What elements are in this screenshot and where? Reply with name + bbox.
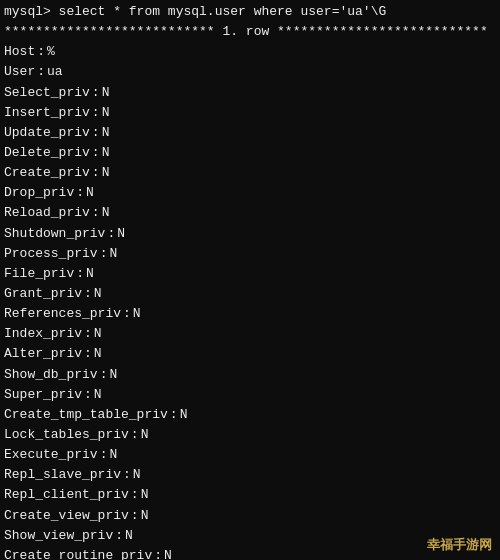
field-colon: : (92, 123, 100, 143)
field-value: N (94, 385, 102, 405)
field-value: N (164, 546, 172, 560)
field-value: % (47, 42, 55, 62)
field-name: Host (4, 42, 35, 62)
field-row: Show_view_priv: N (4, 526, 496, 546)
field-colon: : (37, 62, 45, 82)
field-row: Shutdown_priv: N (4, 224, 496, 244)
field-name: Repl_slave_priv (4, 465, 121, 485)
field-value: N (109, 365, 117, 385)
field-value: N (141, 425, 149, 445)
field-colon: : (37, 42, 45, 62)
field-value: N (86, 264, 94, 284)
field-name: Update_priv (4, 123, 90, 143)
command-line: mysql> select * from mysql.user where us… (4, 2, 496, 22)
field-value: N (133, 304, 141, 324)
field-name: References_priv (4, 304, 121, 324)
field-value: N (102, 83, 110, 103)
field-row: Repl_client_priv: N (4, 485, 496, 505)
field-name: Show_db_priv (4, 365, 98, 385)
field-colon: : (100, 365, 108, 385)
field-colon: : (76, 183, 84, 203)
fields-container: Host: % User: ua Select_priv: N Insert_p… (4, 42, 496, 560)
field-name: Create_view_priv (4, 506, 129, 526)
field-colon: : (92, 203, 100, 223)
field-row: References_priv: N (4, 304, 496, 324)
separator: *************************** 1. row *****… (4, 22, 488, 42)
field-name: Create_routine_priv (4, 546, 152, 560)
field-row: Grant_priv: N (4, 284, 496, 304)
field-value: N (86, 183, 94, 203)
field-colon: : (170, 405, 178, 425)
field-row: Show_db_priv: N (4, 365, 496, 385)
field-colon: : (131, 425, 139, 445)
field-value: N (180, 405, 188, 425)
field-row: Drop_priv: N (4, 183, 496, 203)
field-row: Create_routine_priv: N (4, 546, 496, 560)
field-row: Index_priv: N (4, 324, 496, 344)
field-name: Super_priv (4, 385, 82, 405)
field-row: File_priv: N (4, 264, 496, 284)
field-name: Show_view_priv (4, 526, 113, 546)
field-name: Index_priv (4, 324, 82, 344)
field-value: N (102, 163, 110, 183)
field-value: N (117, 224, 125, 244)
field-value: N (141, 506, 149, 526)
field-row: Create_tmp_table_priv: N (4, 405, 496, 425)
field-colon: : (100, 244, 108, 264)
field-row: Create_priv: N (4, 163, 496, 183)
field-colon: : (131, 485, 139, 505)
field-name: Select_priv (4, 83, 90, 103)
field-name: Process_priv (4, 244, 98, 264)
field-value: ua (47, 62, 63, 82)
field-row: Execute_priv: N (4, 445, 496, 465)
command-text: select * from mysql.user where user='ua'… (59, 2, 387, 22)
watermark: 幸福手游网 (427, 536, 492, 554)
field-value: N (94, 324, 102, 344)
field-value: N (102, 103, 110, 123)
field-colon: : (84, 284, 92, 304)
field-colon: : (92, 163, 100, 183)
field-name: Delete_priv (4, 143, 90, 163)
field-name: Insert_priv (4, 103, 90, 123)
field-colon: : (84, 344, 92, 364)
field-name: User (4, 62, 35, 82)
field-colon: : (92, 143, 100, 163)
terminal-window: mysql> select * from mysql.user where us… (0, 0, 500, 560)
field-name: File_priv (4, 264, 74, 284)
field-value: N (109, 445, 117, 465)
field-name: Create_priv (4, 163, 90, 183)
field-colon: : (76, 264, 84, 284)
field-row: Alter_priv: N (4, 344, 496, 364)
field-row: User: ua (4, 62, 496, 82)
field-colon: : (123, 304, 131, 324)
field-name: Lock_tables_priv (4, 425, 129, 445)
field-colon: : (92, 83, 100, 103)
field-value: N (102, 203, 110, 223)
field-colon: : (123, 465, 131, 485)
field-row: Create_view_priv: N (4, 506, 496, 526)
field-name: Drop_priv (4, 183, 74, 203)
field-colon: : (84, 385, 92, 405)
field-name: Alter_priv (4, 344, 82, 364)
field-colon: : (131, 506, 139, 526)
separator-line: *************************** 1. row *****… (4, 22, 496, 42)
field-row: Process_priv: N (4, 244, 496, 264)
field-colon: : (100, 445, 108, 465)
field-name: Grant_priv (4, 284, 82, 304)
field-value: N (141, 485, 149, 505)
field-colon: : (84, 324, 92, 344)
field-row: Repl_slave_priv: N (4, 465, 496, 485)
field-value: N (109, 244, 117, 264)
field-name: Reload_priv (4, 203, 90, 223)
field-name: Repl_client_priv (4, 485, 129, 505)
field-row: Lock_tables_priv: N (4, 425, 496, 445)
field-value: N (133, 465, 141, 485)
field-row: Delete_priv: N (4, 143, 496, 163)
field-colon: : (92, 103, 100, 123)
field-row: Select_priv: N (4, 83, 496, 103)
field-name: Create_tmp_table_priv (4, 405, 168, 425)
field-value: N (102, 143, 110, 163)
field-colon: : (154, 546, 162, 560)
field-row: Host: % (4, 42, 496, 62)
mysql-prompt: mysql> (4, 2, 59, 22)
